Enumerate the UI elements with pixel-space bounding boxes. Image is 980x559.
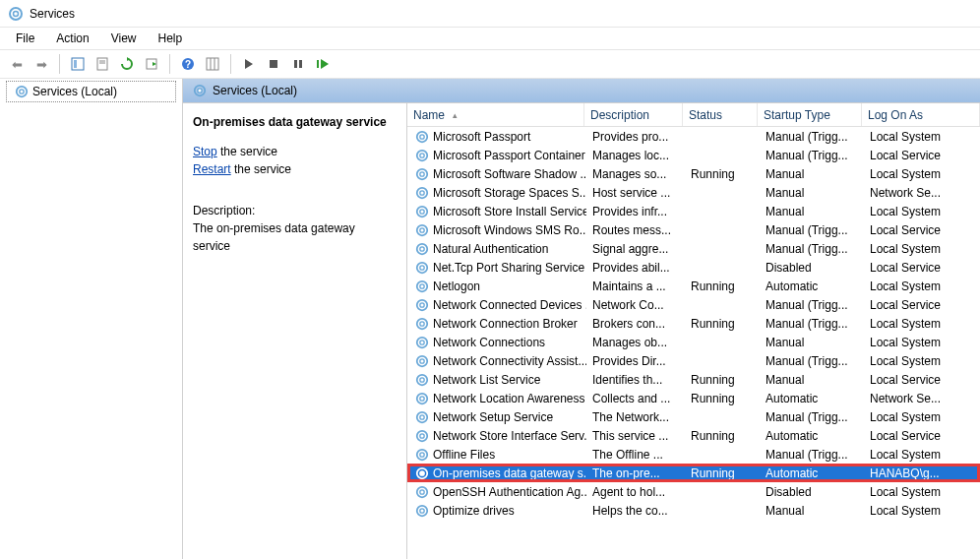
gear-icon: [415, 280, 429, 293]
show-hide-tree-button[interactable]: [67, 53, 89, 75]
svg-marker-15: [245, 59, 253, 69]
svg-point-36: [420, 227, 424, 231]
service-name-text: Microsoft Store Install Service: [433, 205, 586, 218]
cell-name: Microsoft Windows SMS Ro...: [409, 223, 586, 237]
cell-name: Microsoft Software Shadow ...: [409, 167, 586, 181]
cell-name: Optimize drives: [409, 504, 586, 518]
menu-file[interactable]: File: [6, 30, 44, 47]
gear-icon: [415, 223, 429, 237]
table-row[interactable]: NetlogonMaintains a ...RunningAutomaticL…: [407, 277, 980, 295]
stop-service-link[interactable]: Stop: [193, 145, 217, 158]
table-row[interactable]: Natural AuthenticationSignal aggre...Man…: [407, 239, 980, 258]
cell-name: On-premises data gateway s...: [409, 466, 586, 480]
table-row[interactable]: Network Store Interface Serv...This serv…: [407, 426, 980, 445]
gear-icon: [415, 242, 429, 256]
start-service-button[interactable]: [238, 53, 260, 75]
table-row[interactable]: Microsoft Storage Spaces S...Host servic…: [407, 183, 980, 202]
cell-description: This service ...: [586, 429, 685, 443]
gear-icon: [15, 85, 29, 98]
cell-name: Microsoft Store Install Service: [409, 205, 586, 218]
table-row[interactable]: Offline FilesThe Offline ...Manual (Trig…: [407, 445, 980, 464]
properties-button[interactable]: [92, 53, 113, 75]
table-row[interactable]: Optimize drivesHelps the co...ManualLoca…: [407, 501, 980, 520]
column-status[interactable]: Status: [683, 103, 758, 126]
help-icon: ?: [181, 57, 195, 71]
window-title: Services: [30, 7, 75, 21]
table-row[interactable]: Network Connected Devices ...Network Co.…: [407, 295, 980, 314]
gear-icon: [415, 354, 429, 368]
svg-point-52: [420, 377, 424, 381]
table-row[interactable]: OpenSSH Authentication Ag...Agent to hol…: [407, 482, 980, 501]
table-row[interactable]: Network Connection BrokerBrokers con...R…: [407, 314, 980, 333]
result-pane: Services (Local) On-premises data gatewa…: [183, 79, 980, 559]
table-row[interactable]: On-premises data gateway s...The on-pre.…: [407, 464, 980, 482]
cell-startup-type: Manual (Trigg...: [760, 149, 864, 162]
cell-log-on-as: Local Service: [864, 223, 980, 237]
cell-startup-type: Automatic: [760, 280, 864, 293]
column-log-on-as[interactable]: Log On As: [862, 103, 980, 126]
cell-name: Network Connectivity Assist...: [409, 354, 586, 368]
cell-status: Running: [685, 466, 760, 480]
service-detail-pane: On-premises data gateway service Stop th…: [183, 103, 407, 559]
table-row[interactable]: Network Setup ServiceThe Network...Manua…: [407, 407, 980, 426]
svg-text:?: ?: [185, 59, 191, 70]
gear-icon: [415, 261, 429, 275]
svg-point-54: [420, 396, 424, 400]
svg-rect-2: [72, 58, 84, 70]
table-row[interactable]: Microsoft Windows SMS Ro...Routes mess..…: [407, 220, 980, 239]
list-pane-header: Services (Local): [183, 79, 980, 102]
the-service-text: the service: [231, 162, 291, 176]
cell-name: OpenSSH Authentication Ag...: [409, 485, 586, 499]
stop-service-button[interactable]: [263, 53, 284, 75]
list-body: On-premises data gateway service Stop th…: [183, 102, 980, 559]
column-name[interactable]: Name▴: [407, 103, 584, 126]
grid-rows-container[interactable]: Microsoft PassportProvides pro...Manual …: [407, 127, 980, 559]
forward-button[interactable]: [31, 53, 52, 75]
svg-point-60: [420, 452, 424, 456]
cell-status: Running: [685, 167, 760, 181]
service-name-text: Network Store Interface Serv...: [433, 429, 586, 443]
cell-name: Network Store Interface Serv...: [409, 429, 586, 443]
tree-icon: [71, 57, 85, 71]
sort-indicator-icon: ▴: [453, 110, 458, 120]
menu-action[interactable]: Action: [46, 30, 98, 47]
table-row[interactable]: Network ConnectionsManages ob...ManualLo…: [407, 333, 980, 351]
menu-help[interactable]: Help: [149, 30, 193, 47]
svg-rect-18: [299, 60, 302, 68]
table-row[interactable]: Network List ServiceIdentifies th...Runn…: [407, 370, 980, 389]
columns-button[interactable]: [202, 53, 223, 75]
table-row[interactable]: Microsoft Store Install ServiceProvides …: [407, 202, 980, 220]
refresh-button[interactable]: [116, 53, 138, 75]
cell-startup-type: Manual (Trigg...: [760, 410, 864, 424]
svg-point-66: [420, 508, 424, 512]
cell-log-on-as: Network Se...: [864, 186, 980, 200]
svg-point-34: [420, 209, 424, 213]
export-button[interactable]: [141, 53, 162, 75]
cell-startup-type: Manual (Trigg...: [760, 298, 864, 312]
service-name-text: Network List Service: [433, 373, 540, 387]
help-button[interactable]: ?: [177, 53, 199, 75]
cell-startup-type: Disabled: [760, 485, 864, 499]
table-row[interactable]: Microsoft PassportProvides pro...Manual …: [407, 127, 980, 146]
services-app-icon: [8, 6, 24, 22]
svg-rect-12: [207, 58, 218, 70]
selected-service-name: On-premises data gateway service: [193, 113, 395, 131]
table-row[interactable]: Network Location AwarenessCollects and .…: [407, 389, 980, 407]
tree-item-services-local[interactable]: Services (Local): [6, 81, 176, 102]
back-button[interactable]: [6, 53, 28, 75]
table-row[interactable]: Microsoft Passport ContainerManages loc.…: [407, 146, 980, 164]
service-name-text: Microsoft Storage Spaces S...: [433, 186, 586, 200]
svg-rect-17: [294, 60, 297, 68]
cell-name: Microsoft Storage Spaces S...: [409, 186, 586, 200]
table-row[interactable]: Microsoft Software Shadow ...Manages so.…: [407, 164, 980, 183]
gear-icon: [415, 485, 429, 499]
restart-service-button[interactable]: [312, 53, 334, 75]
table-row[interactable]: Network Connectivity Assist...Provides D…: [407, 351, 980, 370]
table-row[interactable]: Net.Tcp Port Sharing ServiceProvides abi…: [407, 258, 980, 277]
column-description[interactable]: Description: [584, 103, 683, 126]
pause-service-button[interactable]: [287, 53, 309, 75]
service-name-text: Network Setup Service: [433, 410, 553, 424]
restart-service-link[interactable]: Restart: [193, 162, 231, 176]
column-startup-type[interactable]: Startup Type: [758, 103, 862, 126]
menu-view[interactable]: View: [101, 30, 147, 47]
